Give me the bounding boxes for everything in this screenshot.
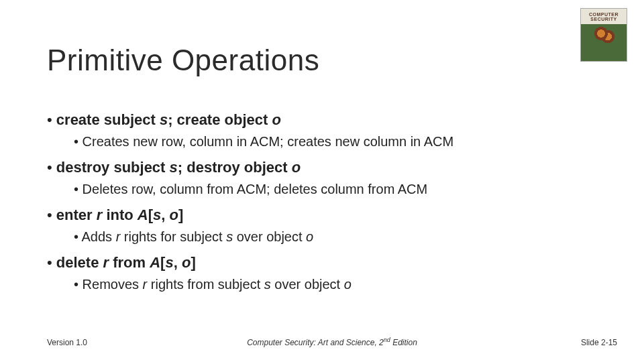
bullet-destroy-sub: Deletes row, column from ACM; deletes co…	[74, 180, 604, 199]
slide-title: Primitive Operations	[47, 44, 319, 77]
bullet-create: create subject s; create object o	[47, 109, 604, 131]
footer-book-title: Computer Security: Art and Science, 2nd …	[47, 337, 617, 347]
book-cover-logo: COMPUTER SECURITY	[580, 8, 627, 62]
butterfly-icon	[590, 25, 617, 46]
bullet-delete: delete r from A[s, o]	[47, 252, 604, 274]
bullet-create-sub: Creates new row, column in ACM; creates …	[74, 132, 604, 152]
bullet-delete-sub: Removes r rights from subject s over obj…	[74, 275, 604, 294]
footer-slide-number: Slide 2-15	[581, 338, 617, 347]
logo-line2: SECURITY	[581, 17, 627, 21]
bullet-destroy: destroy subject s; destroy object o	[47, 157, 604, 178]
bullet-enter: enter r into A[s, o]	[47, 204, 604, 226]
slide: COMPUTER SECURITY Primitive Operations c…	[0, 0, 644, 362]
logo-line1: COMPUTER	[581, 12, 627, 17]
bullet-enter-sub: Adds r rights for subject s over object …	[74, 227, 604, 247]
slide-body: create subject s; create object o Create…	[47, 104, 604, 294]
